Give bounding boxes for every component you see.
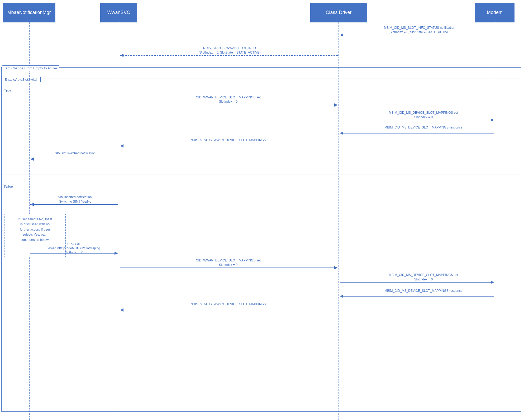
arrow-msg12	[339, 292, 496, 300]
actor-wwan: WwanSVC	[100, 3, 137, 22]
label-msg9a: RPC Call	[30, 242, 117, 246]
label-msg1a: MBIM_CID_MS_SLOT_INFO_STATUS notificatio…	[348, 26, 491, 30]
label-msg11b: SlotIndex = 0	[355, 278, 492, 281]
svg-marker-7	[491, 118, 494, 122]
label-msg13: NDIS_STATUS_WWAN_DEVICE_SLOT_MAPPINGS	[148, 302, 309, 306]
arrow-msg13	[119, 306, 339, 314]
label-msg4b: SlotIndex = 0	[356, 115, 491, 119]
label-msg3b: SlotIndex = 0	[148, 100, 309, 103]
section-enable-auto-label: EnableAutoSlotSwitch	[2, 77, 41, 82]
label-msg8b: Switch to SIM? Yes/No	[34, 200, 116, 203]
label-msg10a: OID_WWAN_DEVICE_SLOT_MAPPINGS set	[146, 259, 310, 262]
svg-marker-9	[340, 132, 343, 135]
svg-marker-3	[120, 54, 123, 57]
arrow-msg5	[339, 129, 496, 137]
svg-marker-13	[30, 158, 34, 161]
svg-marker-1	[340, 34, 343, 37]
label-msg7: SIM slot switched notification	[34, 151, 116, 155]
label-msg11a: MBIM_CID_MS_DEVICE_SLOT_MAPPINGS set	[355, 273, 492, 277]
label-msg1b: (SlotIndex = 0, SlotState = STATE_ACTIVE…	[348, 30, 491, 34]
label-msg2b: (SlotIndex = 0, SlotState = STATE_ACTIVE…	[145, 51, 314, 54]
label-msg9c: SlotIndex = 0	[30, 251, 117, 254]
sequence-diagram: MbaeNotificationMgr WwanSVC Class Driver…	[0, 0, 524, 420]
true-label: True	[4, 88, 11, 93]
label-msg6: NDIS_STATUS_WWAN_DEVICE_SLOT_MAPPINGS	[148, 138, 309, 142]
label-msg3a: OID_WWAN_DEVICE_SLOT_MAPPINGS set	[148, 96, 309, 99]
label-msg9b: WwanIntfOpcodeMultiSIMSlotMaping	[30, 246, 117, 250]
actor-mbae: MbaeNotificationMgr	[3, 3, 55, 22]
actor-modem: Modem	[475, 3, 515, 22]
svg-marker-5	[334, 103, 338, 107]
label-msg2a: NDIS_STATUS_WWAN_SLOT_INFO	[145, 46, 314, 50]
svg-marker-15	[30, 203, 34, 206]
svg-marker-19	[334, 266, 338, 269]
label-msg12: MBIM_CID_MS_DEVICE_SLOT_MAPPINGS respons…	[355, 289, 492, 293]
label-msg10b: SlotIndex = 0	[146, 263, 310, 267]
arrow-msg7	[29, 155, 119, 163]
actor-classdriver: Class Driver	[310, 3, 367, 22]
section-slot-change-label: Slot Change From Empty to Active	[2, 65, 59, 71]
svg-marker-25	[120, 308, 123, 312]
false-label: False	[4, 185, 13, 189]
label-msg8a: SIM inserted notification.	[34, 195, 116, 199]
section-divider	[1, 174, 521, 174]
svg-marker-23	[340, 295, 343, 298]
label-msg5: MBIM_CID_MS_DEVICE_SLOT_MAPPINGS respons…	[356, 126, 491, 129]
arrow-msg6	[119, 142, 339, 150]
svg-marker-11	[120, 144, 123, 147]
label-msg4a: MBIM_CID_MS_DEVICE_SLOT_MAPPINGS set	[356, 111, 491, 114]
